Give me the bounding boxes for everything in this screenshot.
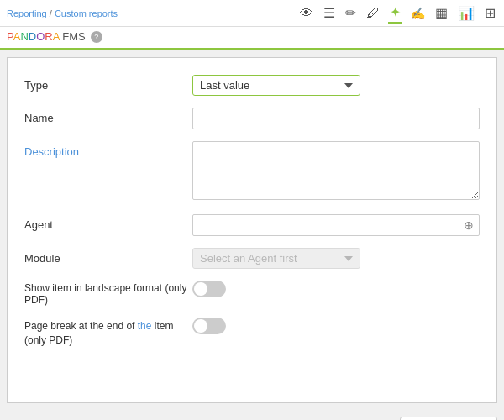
type-label: Type (24, 75, 192, 92)
form-container: Type Last value Average value Max value … (7, 57, 497, 403)
top-nav: Reporting / Custom reports 👁 ☰ ✏ 🖊 ✦ ✍ ▦… (0, 0, 504, 27)
pagebreak-toggle[interactable] (192, 318, 226, 334)
breadcrumb: Reporting / Custom reports (7, 8, 118, 18)
description-textarea[interactable] (192, 141, 480, 200)
name-label: Name (24, 108, 192, 124)
module-select[interactable]: Select an Agent first (192, 248, 360, 269)
description-control (192, 141, 480, 202)
agent-input-wrap: ⊕ (192, 214, 480, 236)
toolbar-icons: 👁 ☰ ✏ 🖊 ✦ ✍ ▦ 📊 ⊞ (298, 3, 497, 24)
eye-icon[interactable]: 👁 (298, 4, 315, 23)
description-row: Description (24, 141, 480, 202)
landscape-control (192, 281, 480, 297)
bottom-bar: Create item ✦ (0, 410, 504, 420)
landscape-toggle[interactable] (192, 281, 226, 297)
pagebreak-label: Page break at the end of the item (only … (24, 318, 192, 348)
pencil-icon[interactable]: ✏ (344, 3, 358, 23)
agent-search-icon[interactable]: ⊕ (459, 218, 479, 232)
module-control: Select an Agent first (192, 248, 480, 269)
agent-row: Agent ⊕ (24, 214, 480, 236)
name-control (192, 108, 480, 129)
landscape-label: Show item in landscape format (only PDF) (24, 281, 192, 306)
module-row: Module Select an Agent first (24, 248, 480, 269)
pagebreak-row: Page break at the end of the item (only … (24, 318, 480, 348)
breadcrumb-reporting[interactable]: Reporting (7, 8, 47, 18)
agent-input[interactable] (193, 216, 459, 235)
help-icon[interactable]: ? (91, 31, 102, 43)
agent-control: ⊕ (192, 214, 480, 236)
grid-icon[interactable]: ▦ (433, 3, 449, 23)
pagebreak-slider (192, 318, 226, 334)
description-label: Description (24, 141, 192, 158)
table-icon[interactable]: ⊞ (483, 3, 497, 23)
pen-icon[interactable]: 🖊 (365, 4, 381, 23)
type-row: Type Last value Average value Max value … (24, 75, 480, 96)
list-icon[interactable]: ☰ (322, 3, 337, 23)
logo-bar: PANDORA FMS ? (0, 27, 504, 50)
pagebreak-control (192, 318, 480, 334)
type-control: Last value Average value Max value Min v… (192, 75, 480, 96)
logo: PANDORA FMS (7, 30, 86, 43)
module-label: Module (24, 248, 192, 265)
breadcrumb-custom-reports[interactable]: Custom reports (55, 8, 118, 18)
landscape-slider (192, 281, 226, 297)
bar-chart-icon[interactable]: 📊 (456, 3, 476, 23)
type-select[interactable]: Last value Average value Max value Min v… (192, 75, 360, 96)
create-item-button[interactable]: Create item ✦ (400, 417, 497, 420)
agent-label: Agent (24, 214, 192, 231)
landscape-row: Show item in landscape format (only PDF) (24, 281, 480, 306)
wand-icon[interactable]: ✦ (388, 3, 402, 24)
brush-icon[interactable]: ✍ (409, 5, 427, 22)
name-row: Name (24, 108, 480, 129)
name-input[interactable] (192, 108, 480, 129)
